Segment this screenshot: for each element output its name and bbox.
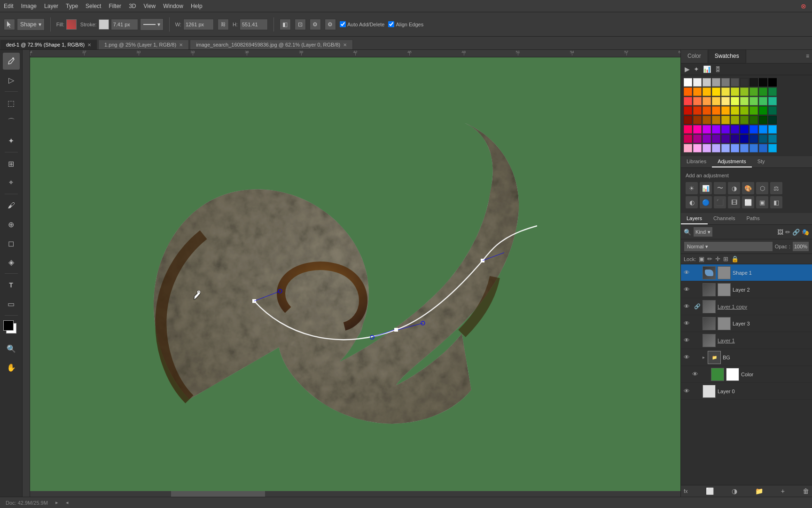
distribute-icon[interactable]: ⊡ <box>295 19 306 30</box>
filter-icon-4[interactable]: 🎭 <box>802 229 809 236</box>
layer-row-color[interactable]: 👁 Color <box>681 366 812 383</box>
brightness-adj[interactable]: ☀ <box>686 182 698 194</box>
menu-select[interactable]: Select <box>86 3 101 9</box>
tab-adjustments[interactable]: Adjustments <box>712 156 752 167</box>
menu-image[interactable]: Image <box>21 3 37 9</box>
swatch-cell[interactable] <box>768 135 777 143</box>
swatch-cell[interactable] <box>712 135 720 143</box>
filter-kind-dropdown[interactable]: Kind ▾ <box>693 227 713 237</box>
filter-icon-2[interactable]: ✏ <box>785 229 790 236</box>
swatch-cell[interactable] <box>703 97 711 105</box>
swatch-cell[interactable] <box>768 125 777 134</box>
panel-icon-1[interactable]: ▶ <box>685 65 690 73</box>
adj-layer-icon[interactable]: ◑ <box>732 487 737 495</box>
swatch-cell[interactable] <box>693 106 702 115</box>
swatch-cell[interactable] <box>693 87 702 96</box>
swatch-cell[interactable] <box>750 135 758 143</box>
swatch-cell[interactable] <box>750 87 758 96</box>
swatch-cell[interactable] <box>712 87 720 96</box>
swatch-cell[interactable] <box>731 125 739 134</box>
layer-visibility-icon[interactable]: 👁 <box>684 337 692 344</box>
lock-all-icon[interactable]: 🔒 <box>731 255 739 262</box>
stroke-width-input[interactable] <box>111 19 138 30</box>
exposure-adj[interactable]: ◑ <box>728 182 740 194</box>
swatch-cell[interactable] <box>693 135 702 143</box>
layer-visibility-icon[interactable]: 👁 <box>684 303 692 310</box>
menu-type[interactable]: Type <box>66 3 78 9</box>
layer-row-layer1copy[interactable]: 👁 🔗 Layer 1 copy <box>681 298 812 315</box>
black-white-adj[interactable]: ◐ <box>686 196 698 208</box>
swatch-cell[interactable] <box>703 106 711 115</box>
panel-icon-4[interactable]: 🎛 <box>715 65 721 73</box>
panel-collapse-icon[interactable]: ≡ <box>803 50 812 63</box>
swatch-cell[interactable] <box>750 116 758 124</box>
swatch-cell[interactable] <box>703 144 711 152</box>
swatch-cell[interactable] <box>750 144 758 152</box>
layer-visibility-icon[interactable]: 👁 <box>684 388 692 395</box>
menu-filter[interactable]: Filter <box>109 3 121 9</box>
lock-transparency-icon[interactable]: ▣ <box>699 255 704 262</box>
filter-icon-3[interactable]: 🔗 <box>792 229 800 236</box>
swatch-cell[interactable] <box>740 97 749 105</box>
swatch-cell[interactable] <box>703 116 711 124</box>
layer-visibility-icon[interactable]: 👁 <box>684 269 692 276</box>
tab-document-2[interactable]: image_search_1608269459836.jpg @ 62.1% (… <box>190 40 353 49</box>
group-expand-icon[interactable]: ▸ <box>703 355 705 360</box>
menu-view[interactable]: View <box>143 3 156 9</box>
swatch-cell[interactable] <box>768 78 777 87</box>
swatch-cell[interactable] <box>740 78 749 87</box>
swatch-cell[interactable] <box>684 144 692 152</box>
swatch-cell[interactable] <box>684 97 692 105</box>
shape-tool[interactable]: ▭ <box>3 295 20 312</box>
pen-tool[interactable] <box>3 53 20 70</box>
close-window-icon[interactable]: ⊗ <box>801 2 806 10</box>
swatch-cell[interactable] <box>684 135 692 143</box>
panel-icon-2[interactable]: ✦ <box>694 65 699 73</box>
swatch-cell[interactable] <box>684 87 692 96</box>
swatch-cell[interactable] <box>731 116 739 124</box>
lock-paint-icon[interactable]: ✏ <box>707 255 712 262</box>
menu-help[interactable]: Help <box>191 3 203 9</box>
canvas-scrollbar[interactable] <box>30 491 680 497</box>
swatch-cell[interactable] <box>740 135 749 143</box>
tab-sty[interactable]: Sty <box>752 156 771 167</box>
hue-sat-adj[interactable]: ⬡ <box>756 182 768 194</box>
channel-mixer-adj[interactable]: ⬛ <box>714 196 726 208</box>
swatch-cell[interactable] <box>703 125 711 134</box>
swatch-cell[interactable] <box>693 144 702 152</box>
curves-adj[interactable]: 〜 <box>714 182 726 194</box>
swatch-cell[interactable] <box>740 87 749 96</box>
swatch-cell[interactable] <box>759 125 767 134</box>
menu-window[interactable]: Window <box>163 3 183 9</box>
swatch-cell[interactable] <box>731 135 739 143</box>
menu-3d[interactable]: 3D <box>129 3 136 9</box>
filter-icon-1[interactable]: 🖼 <box>777 229 783 236</box>
tool-icon[interactable] <box>4 19 15 30</box>
swatch-cell[interactable] <box>721 116 730 124</box>
layer-row-layer3[interactable]: 👁 Layer 3 <box>681 315 812 332</box>
tool-type-dropdown[interactable]: Shape ▾ <box>17 18 45 31</box>
tab-color[interactable]: Color <box>681 50 708 63</box>
swatch-cell[interactable] <box>693 78 702 87</box>
stroke-style-dropdown[interactable]: ▾ <box>140 18 164 31</box>
width-input[interactable] <box>183 19 214 30</box>
layer-row-layer2[interactable]: 👁 Layer 2 <box>681 281 812 298</box>
fill-swatch[interactable] <box>66 19 77 30</box>
opacity-input[interactable] <box>792 241 809 252</box>
swatch-cell[interactable] <box>703 78 711 87</box>
group-layers-icon[interactable]: 📁 <box>755 487 763 495</box>
tab-document-0[interactable]: ded-1 @ 72.9% (Shape 1, RGB/8) ✕ <box>0 40 97 49</box>
clone-tool[interactable]: ⊕ <box>3 216 20 233</box>
canvas-area[interactable]: 24273033363942454851545760 <box>23 50 680 497</box>
swatch-cell[interactable] <box>768 97 777 105</box>
swatch-cell[interactable] <box>750 97 758 105</box>
align-edges-checkbox[interactable]: Align Edges <box>388 21 423 27</box>
swatch-cell[interactable] <box>759 106 767 115</box>
swatch-cell[interactable] <box>740 106 749 115</box>
swatch-cell[interactable] <box>740 116 749 124</box>
layer-row-bg[interactable]: 👁 ▸ 📁 BG <box>681 349 812 366</box>
swatch-cell[interactable] <box>768 87 777 96</box>
crop-tool[interactable]: ⊞ <box>3 155 20 172</box>
new-layer-icon[interactable]: + <box>781 487 785 495</box>
layer-visibility-icon[interactable]: 👁 <box>692 371 701 378</box>
